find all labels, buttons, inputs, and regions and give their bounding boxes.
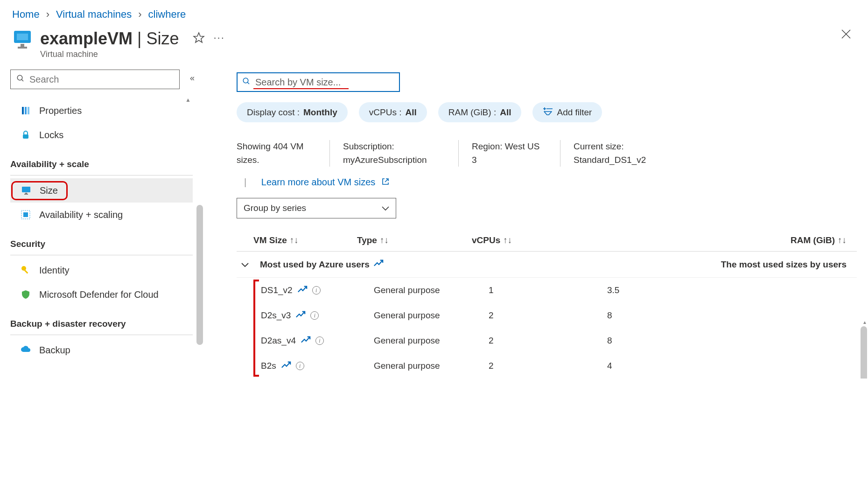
- main-content: Display cost : Monthly vCPUs : All RAM (…: [203, 65, 868, 379]
- pill-value: All: [500, 107, 511, 118]
- sidebar-item-backup[interactable]: Backup: [10, 338, 193, 362]
- info-text: Region: West US: [472, 140, 547, 154]
- chevron-down-icon: [382, 203, 389, 213]
- section-backup-dr: Backup + disaster recovery: [10, 307, 193, 335]
- vm-ram: 4: [607, 361, 857, 371]
- column-header-type[interactable]: Type↑↓: [357, 235, 472, 246]
- table-row[interactable]: B2siGeneral purpose24: [257, 353, 857, 379]
- sidebar-item-label: Microsoft Defender for Cloud: [39, 289, 159, 300]
- monitor-icon: [21, 186, 31, 195]
- vm-size-search-input[interactable]: [251, 77, 394, 88]
- info-icon[interactable]: i: [296, 362, 304, 370]
- chevron-right-icon: ›: [138, 8, 141, 21]
- scroll-up-icon[interactable]: ▲: [862, 320, 867, 325]
- section-availability-scale: Availability + scale: [10, 147, 193, 175]
- vm-vcpus: 1: [489, 285, 607, 295]
- svg-rect-13: [22, 187, 30, 192]
- breadcrumb: Home › Virtual machines › cliwhere: [0, 0, 868, 25]
- table-row[interactable]: D2s_v3iGeneral purpose28: [257, 303, 857, 328]
- group-name: Most used by Azure users: [260, 260, 370, 270]
- close-button[interactable]: [841, 29, 856, 39]
- vm-ram: 8: [607, 310, 857, 321]
- sidebar-item-label: Locks: [39, 130, 63, 140]
- pill-label: Display cost :: [247, 107, 300, 118]
- table-row[interactable]: DS1_v2iGeneral purpose13.5: [257, 278, 857, 303]
- sidebar-item-identity[interactable]: Identity: [10, 258, 193, 282]
- filter-ram-pill[interactable]: RAM (GiB) : All: [438, 102, 522, 122]
- sidebar-item-locks[interactable]: Locks: [10, 123, 193, 147]
- filter-cost-pill[interactable]: Display cost : Monthly: [237, 102, 348, 122]
- vm-icon: [12, 29, 33, 49]
- filter-add-icon: [543, 107, 553, 118]
- sidebar: « ▲ Properties Locks Availability + scal…: [0, 65, 203, 379]
- svg-rect-19: [24, 270, 28, 274]
- sidebar-search-input[interactable]: [25, 74, 174, 85]
- page-subtitle: Virtual machine: [40, 49, 179, 59]
- column-header-vcpus[interactable]: vCPUs↑↓: [472, 235, 590, 246]
- vm-size-name: B2s: [261, 361, 276, 371]
- breadcrumb-virtual-machines[interactable]: Virtual machines: [56, 8, 132, 21]
- pill-value: All: [406, 107, 417, 118]
- table-row[interactable]: D2as_v4iGeneral purpose28: [257, 328, 857, 353]
- properties-icon: [21, 106, 31, 115]
- trend-up-icon: [295, 309, 306, 322]
- info-icon[interactable]: i: [315, 337, 324, 345]
- sort-icon: ↑↓: [290, 235, 299, 245]
- favorite-button[interactable]: [193, 32, 205, 44]
- trend-up-icon: [373, 258, 384, 271]
- add-filter-button[interactable]: Add filter: [532, 102, 602, 122]
- svg-rect-9: [22, 107, 24, 114]
- sidebar-item-label: Availability + scaling: [39, 210, 123, 220]
- sidebar-item-size[interactable]: Size: [10, 178, 193, 203]
- section-security: Security: [10, 227, 193, 255]
- sidebar-item-availability-scaling[interactable]: Availability + scaling: [10, 203, 193, 227]
- vm-vcpus: 2: [489, 336, 607, 346]
- info-icon[interactable]: i: [312, 286, 321, 295]
- chevron-right-icon: ›: [46, 8, 49, 21]
- sidebar-item-label: Properties: [39, 105, 82, 116]
- info-text: Current size:: [574, 140, 646, 154]
- page-header: exampleVM | Size Virtual machine ···: [0, 25, 868, 65]
- select-value: Group by series: [244, 203, 306, 213]
- group-row-most-used[interactable]: Most used by Azure users The most used s…: [237, 252, 857, 278]
- scaling-icon: [21, 210, 31, 219]
- sidebar-scrollbar[interactable]: [196, 205, 203, 345]
- group-by-select[interactable]: Group by series: [237, 198, 396, 218]
- info-icon[interactable]: i: [310, 311, 319, 320]
- svg-marker-4: [194, 33, 204, 42]
- breadcrumb-home[interactable]: Home: [12, 8, 40, 21]
- svg-rect-14: [25, 193, 27, 194]
- svg-rect-17: [23, 212, 28, 217]
- scroll-up-icon[interactable]: ▲: [185, 97, 191, 103]
- learn-more-link[interactable]: Learn more about VM sizes: [261, 177, 389, 187]
- search-icon: [16, 74, 25, 85]
- sidebar-item-defender[interactable]: Microsoft Defender for Cloud: [10, 282, 193, 307]
- pill-label: RAM (GiB) :: [448, 107, 496, 118]
- svg-rect-11: [28, 107, 29, 114]
- sidebar-search[interactable]: [10, 70, 180, 89]
- scrollbar[interactable]: [861, 326, 867, 379]
- svg-line-21: [247, 82, 249, 84]
- column-header-vmsize[interactable]: VM Size↑↓: [237, 235, 357, 246]
- info-text: Subscription:: [343, 140, 445, 154]
- collapse-sidebar-button[interactable]: «: [190, 73, 195, 83]
- breadcrumb-current[interactable]: cliwhere: [148, 8, 186, 21]
- vm-vcpus: 2: [489, 310, 607, 321]
- sidebar-item-label: Size: [40, 185, 58, 196]
- sidebar-item-label: Backup: [39, 345, 70, 356]
- divider: |: [244, 177, 246, 187]
- svg-rect-3: [18, 47, 27, 49]
- sidebar-item-label: Identity: [39, 265, 69, 276]
- svg-rect-2: [21, 44, 24, 47]
- info-text: Standard_DS1_v2: [574, 154, 646, 167]
- filter-vcpus-pill[interactable]: vCPUs : All: [359, 102, 427, 122]
- more-button[interactable]: ···: [213, 32, 224, 44]
- sort-icon: ↑↓: [838, 235, 847, 245]
- info-text: myAzureSubscription: [343, 154, 445, 167]
- pill-label: vCPUs :: [369, 107, 402, 118]
- pill-value: Monthly: [303, 107, 337, 118]
- sidebar-item-properties[interactable]: Properties: [10, 98, 193, 123]
- column-header-ram[interactable]: RAM (GiB)↑↓: [590, 235, 857, 246]
- key-icon: [21, 266, 31, 275]
- trend-up-icon: [281, 360, 291, 372]
